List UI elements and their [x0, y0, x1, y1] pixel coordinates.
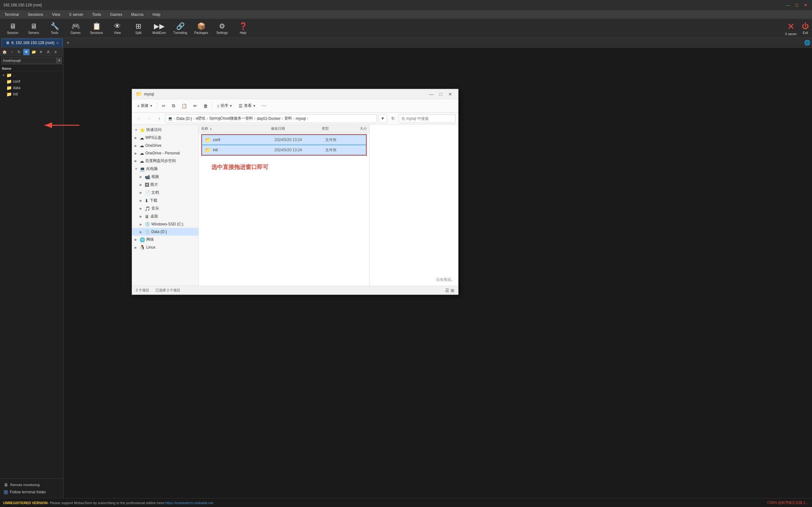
breadcrumb-dropdown[interactable]: ▼ [378, 114, 387, 123]
sidebar-show-btn[interactable]: 👁 [23, 49, 30, 55]
nav-images[interactable]: ▶ 🖼 图片 [132, 181, 198, 189]
view-button[interactable]: 👁 View [108, 20, 127, 37]
games-button[interactable]: 🎮 Games [66, 20, 85, 37]
sidebar-settings-btn[interactable]: ≡ [52, 49, 59, 55]
sidebar-home-btn[interactable]: 🏠 [1, 49, 8, 55]
col-date-header[interactable]: 修改日期 [268, 126, 319, 131]
tab-add-button[interactable]: + [64, 39, 72, 47]
col-size-header[interactable]: 大小 [357, 126, 369, 131]
breadcrumb-wallpaper[interactable]: a壁纸 [196, 116, 206, 121]
menu-sessions[interactable]: Sessions [26, 12, 45, 17]
nav-network[interactable]: ▶ 🌐 网络 [132, 236, 198, 243]
packages-button[interactable]: 📦 Packages [192, 20, 211, 37]
menu-view[interactable]: View [50, 12, 62, 17]
nav-desktop[interactable]: ▶ 🖥 桌面 [132, 213, 198, 220]
exit-area[interactable]: ⏻ Exit [802, 22, 809, 35]
menu-tools[interactable]: Tools [91, 12, 103, 17]
menu-games[interactable]: Games [108, 12, 124, 17]
fm-minimize-btn[interactable]: — [427, 91, 435, 98]
cut-icon: ✂ [162, 103, 166, 108]
nav-windows-ssd[interactable]: ▶ 💿 Windows-SSD (C:) [132, 220, 198, 228]
fm-refresh-btn[interactable]: ↻ [389, 114, 397, 123]
sidebar-refresh-btn[interactable]: ↻ [16, 49, 22, 55]
tree-item-conf[interactable]: 📁 conf [0, 78, 63, 84]
fm-maximize-btn[interactable]: □ [437, 91, 445, 98]
sidebar-path-dropdown[interactable]: ▼ [57, 57, 62, 64]
tunneling-button[interactable]: 🔗 Tunneling [171, 20, 190, 37]
multiexec-button[interactable]: ▶▶ MultiExec [150, 20, 169, 37]
tree-item-init[interactable]: 📁 init [0, 91, 63, 97]
sidebar-delete-btn[interactable]: ✕ [38, 49, 44, 55]
settings-button[interactable]: ⚙ Settings [213, 20, 232, 37]
menu-macros[interactable]: Macros [129, 12, 145, 17]
nav-wps[interactable]: ▶ ☁ WPS云盘 [132, 134, 198, 142]
close-button[interactable]: ✕ [803, 2, 809, 8]
sidebar-new-folder-btn[interactable]: 📁 [31, 49, 37, 55]
fm-paste-btn[interactable]: 📋 [179, 102, 190, 110]
fm-back-btn[interactable]: ← [135, 114, 143, 123]
menu-xserver[interactable]: X server [67, 12, 85, 17]
exit-icon: ⏻ [802, 22, 809, 31]
nav-linux[interactable]: ▶ 🐧 Linux [132, 243, 198, 251]
fm-cut-btn[interactable]: ✂ [159, 102, 168, 110]
fm-delete-btn[interactable]: 🗑 [201, 102, 210, 110]
fm-new-btn[interactable]: + 新建 ▼ [135, 102, 155, 110]
fm-up-btn[interactable]: ↑ [155, 114, 164, 123]
session-button[interactable]: 🖥 Session [3, 20, 22, 37]
tree-item-parent[interactable]: ▼ 📁 .. [0, 72, 63, 78]
tab-close-button[interactable]: ✕ [56, 41, 59, 45]
fm-rename-btn[interactable]: ✏ [191, 102, 200, 110]
nav-data-d[interactable]: ▶ 💿 Data (D:) [132, 228, 198, 236]
sidebar-path-input[interactable] [1, 57, 57, 64]
follow-folder[interactable]: ✓ Follow terminal folder [3, 489, 61, 496]
nav-music[interactable]: ▶ 🎵 音乐 [132, 205, 198, 213]
col-name-header[interactable]: 名称 ▲ [199, 126, 268, 131]
menu-help[interactable]: Help [151, 12, 162, 17]
breadcrumb-springcloud[interactable]: SpringCloud微服务一资料 [209, 116, 253, 121]
nav-this-pc[interactable]: ▼ 💻 此电脑 [132, 165, 198, 173]
nav-onedrive-personal[interactable]: ▶ ☁ OneDrive - Personal [132, 149, 198, 157]
breadcrumb-mysql[interactable]: mysql [296, 116, 306, 121]
remote-monitoring[interactable]: 🖥 Remote monitoring [3, 481, 61, 489]
active-tab[interactable]: 🖥 6: 192.168.150.128 (root) ✕ [2, 39, 63, 47]
minimize-button[interactable]: — [785, 2, 791, 8]
col-type-header[interactable]: 类型 [319, 126, 357, 131]
tools-button[interactable]: 🔧 Tools [45, 20, 64, 37]
breadcrumb-data-d[interactable]: Data (D:) [176, 116, 192, 121]
expand-icon: ▶ [135, 144, 138, 148]
tree-item-data[interactable]: 📁 data [0, 84, 63, 91]
menu-terminal[interactable]: Terminal [3, 12, 20, 17]
servers-button[interactable]: 🖥 Servers [24, 20, 43, 37]
file-row-conf[interactable]: 📁 conf 2024/5/20 13:24 文件夹 [202, 135, 366, 145]
follow-folder-checkbox[interactable]: ✓ [4, 490, 8, 494]
nav-onedrive[interactable]: ▶ ☁ OneDrive [132, 142, 198, 149]
breadcrumb-ziliao[interactable]: 资料 [284, 116, 292, 121]
nav-video[interactable]: ▶ 📹 视频 [132, 173, 198, 181]
menu-bar: Terminal Sessions View X server Tools Ga… [0, 10, 812, 19]
view-list-btn[interactable]: ☰ [445, 288, 449, 293]
maximize-button[interactable]: □ [794, 2, 800, 8]
split-button[interactable]: ⊞ Split [129, 20, 148, 37]
nav-docs[interactable]: ▶ 📄 文档 [132, 189, 198, 196]
help-button[interactable]: ❓ Help [234, 20, 253, 37]
fm-forward-btn[interactable]: → [145, 114, 154, 123]
file-row-init[interactable]: 📁 init 2024/5/20 13:24 文件夹 [202, 145, 366, 155]
nav-baidu[interactable]: ▶ ☁ 百度网盘同步空间 [132, 157, 198, 165]
breadcrumb-day02[interactable]: day02-Docker [257, 116, 281, 121]
fm-sort-btn[interactable]: ↕ 排序 ▼ [214, 102, 235, 110]
fm-view-btn[interactable]: ☰ 查看 ▼ [236, 102, 258, 110]
folder-icon: 📁 [6, 92, 12, 97]
fm-close-btn[interactable]: ✕ [446, 91, 454, 98]
sidebar-edit-btn[interactable]: A [45, 49, 51, 55]
sidebar-up-btn[interactable]: ↑ [9, 49, 15, 55]
music-icon: 🎵 [145, 206, 150, 211]
tunneling-label: Tunneling [173, 31, 187, 35]
view-grid-btn[interactable]: ⊞ [451, 288, 454, 293]
fm-search-input[interactable] [399, 114, 456, 123]
bottom-link[interactable]: https://mobaxterm.mobatek.net [165, 501, 213, 505]
fm-more-btn[interactable]: ⋯ [260, 102, 268, 110]
nav-download[interactable]: ▶ ⬇ 下载 [132, 196, 198, 205]
nav-quick-access[interactable]: ▼ ⭐ 快速访问 [132, 126, 198, 134]
sessions-button[interactable]: 📋 Sessions [87, 20, 106, 37]
fm-copy-btn[interactable]: ⧉ [169, 102, 178, 110]
